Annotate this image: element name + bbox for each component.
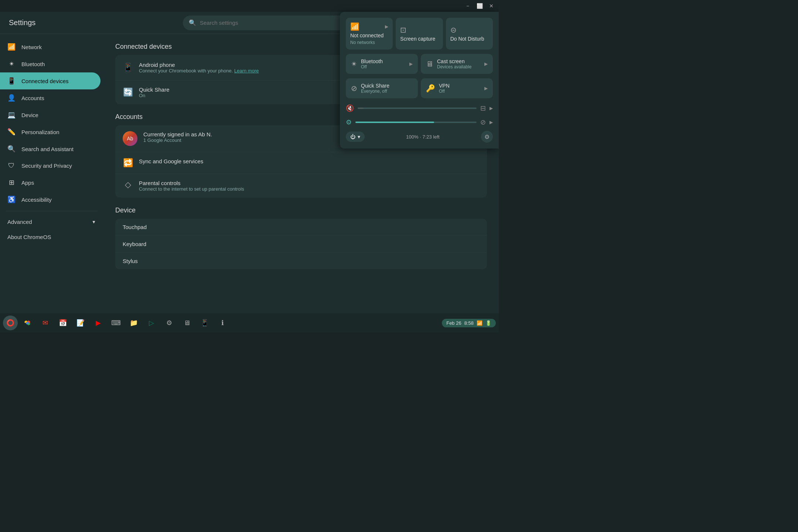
brightness-max-icon: ⊘ — [480, 118, 486, 126]
battery-info: 100% · 7:23 left — [406, 134, 439, 140]
bluetooth-tile-label: Bluetooth — [361, 58, 383, 64]
touchpad-row[interactable]: Touchpad — [115, 219, 487, 236]
vpn-arrow: ▶ — [484, 86, 488, 91]
cast-screen-label: Cast screen — [437, 58, 471, 64]
wifi-tile-label: Not connected — [350, 33, 388, 38]
screen-capture-tile[interactable]: ⊡ Screen capture — [396, 18, 443, 50]
taskbar-notes[interactable]: 📝 — [72, 315, 89, 331]
dnd-tile[interactable]: ⊝ Do Not Disturb — [446, 18, 493, 50]
wifi-icon: 📶 — [7, 43, 16, 51]
android-phone-icon: 📱 — [123, 63, 133, 72]
bluetooth-tile[interactable]: ✴ Bluetooth Off ▶ — [346, 54, 418, 74]
device-card: Touchpad Keyboard Stylus — [115, 219, 487, 269]
taskbar-date: Feb 26 — [446, 320, 461, 326]
taskbar-files[interactable]: 📁 — [126, 315, 142, 331]
device-icon: 💻 — [7, 111, 16, 119]
sidebar-item-personalization[interactable]: ✏️ Personalization — [0, 123, 100, 140]
parental-icon: ◇ — [123, 180, 133, 190]
screen-mirror-icon: ⊟ — [480, 104, 486, 112]
taskbar-gmail[interactable]: ✉ — [37, 315, 53, 331]
brightness-icon: ⚙ — [346, 118, 352, 126]
brightness-slider-row: ⚙ ⊘ ▶ — [346, 117, 493, 128]
wifi-tile[interactable]: 📶 ▶ Not connected No networks — [346, 18, 393, 50]
sidebar-item-accessibility[interactable]: ♿ Accessibility — [0, 191, 100, 208]
volume-expand-arrow[interactable]: ▶ — [490, 106, 493, 111]
cast-screen-icon: 🖥 — [426, 60, 433, 68]
apps-icon: ⊞ — [7, 178, 16, 187]
taskbar-chrome[interactable] — [19, 315, 35, 331]
taskbar-status[interactable]: Feb 26 8:58 📶 🔋 — [442, 319, 496, 327]
search-input[interactable] — [200, 20, 362, 26]
connected-devices-icon: 📱 — [7, 77, 16, 85]
volume-slider-row: 🔇 ⊟ ▶ — [346, 103, 493, 114]
close-button[interactable]: ✕ — [488, 3, 494, 9]
taskbar-screen[interactable]: 🖥 — [179, 315, 195, 331]
cast-screen-tile[interactable]: 🖥 Cast screen Devices available ▶ — [421, 54, 493, 74]
quick-panel-bot-row: ⊘ Quick Share Everyone, off 🔑 VPN Off ▶ — [346, 78, 493, 98]
sidebar-item-security[interactable]: 🛡 Security and Privacy — [0, 157, 100, 174]
taskbar-info[interactable]: ℹ — [214, 315, 231, 331]
sidebar-item-advanced[interactable]: Advanced ▼ — [0, 214, 103, 229]
sidebar-item-device[interactable]: 💻 Device — [0, 106, 100, 123]
sidebar-item-about[interactable]: About ChromeOS — [0, 229, 100, 245]
taskbar-calendar[interactable]: 📅 — [55, 315, 71, 331]
wifi-tile-icon: 📶 — [350, 22, 359, 31]
vpn-label: VPN — [439, 83, 450, 89]
taskbar-phone[interactable]: 📱 — [197, 315, 213, 331]
sidebar-divider — [6, 211, 98, 211]
volume-mute-icon: 🔇 — [346, 104, 354, 112]
taskbar: ⭕ ✉ 📅 📝 ▶ ⌨ 📁 ▷ ⚙ 🖥 📱 ℹ Feb 26 8:58 📶 🔋 — [0, 313, 499, 332]
power-icon: ⏻ — [350, 134, 355, 140]
vpn-tile[interactable]: 🔑 VPN Off ▶ — [421, 78, 493, 98]
taskbar-youtube[interactable]: ▶ — [90, 315, 106, 331]
advanced-chevron-icon: ▼ — [92, 219, 96, 225]
parental-controls-row[interactable]: ◇ Parental controls Connect to the inter… — [115, 174, 487, 198]
launcher-button[interactable]: ⭕ — [3, 316, 18, 330]
quick-share-icon: 🔄 — [123, 88, 133, 97]
sidebar-label-search: Search and Assistant — [21, 146, 74, 152]
avatar: Ab — [123, 131, 137, 146]
sync-services-row[interactable]: 🔁 Sync and Google services — [115, 152, 487, 174]
screen-capture-label: Screen capture — [400, 36, 438, 42]
taskbar-right: Feb 26 8:58 📶 🔋 — [442, 319, 496, 327]
quick-share-tile-label: Quick Share — [361, 83, 389, 89]
bluetooth-tile-sub: Off — [361, 64, 383, 69]
device-section-title: Device — [115, 207, 487, 214]
volume-slider-track[interactable] — [358, 108, 477, 109]
taskbar-play[interactable]: ▷ — [143, 315, 160, 331]
sidebar-label-apps: Apps — [21, 180, 34, 186]
sidebar-item-accounts[interactable]: 👤 Accounts — [0, 89, 100, 106]
sidebar-item-search[interactable]: 🔍 Search and Assistant — [0, 140, 100, 157]
security-icon: 🛡 — [7, 162, 16, 170]
quick-share-tile-sub: Everyone, off — [361, 89, 389, 94]
sidebar-label-bluetooth: Bluetooth — [21, 61, 45, 67]
sidebar-item-connected-devices[interactable]: 📱 Connected devices — [0, 72, 100, 89]
settings-gear-button[interactable]: ⚙ — [481, 131, 493, 143]
quick-panel-mid-row: ✴ Bluetooth Off ▶ 🖥 Cast screen Devices … — [346, 54, 493, 74]
sidebar-item-apps[interactable]: ⊞ Apps — [0, 174, 100, 191]
cast-screen-text: Cast screen Devices available — [437, 58, 471, 69]
brightness-slider-track[interactable] — [355, 122, 477, 123]
minimize-button[interactable]: − — [465, 3, 471, 9]
sidebar-label-about: About ChromeOS — [7, 234, 51, 240]
sidebar-item-bluetooth[interactable]: ✴ Bluetooth — [0, 55, 100, 72]
sidebar-label-accounts: Accounts — [21, 95, 44, 101]
taskbar-settings[interactable]: ⚙ — [161, 315, 177, 331]
parental-title: Parental controls — [139, 180, 480, 186]
maximize-button[interactable]: ⬜ — [477, 3, 482, 9]
sidebar-label-personalization: Personalization — [21, 129, 59, 135]
stylus-row[interactable]: Stylus — [115, 253, 487, 269]
accounts-icon: 👤 — [7, 94, 16, 102]
sidebar-item-network[interactable]: 📶 Network — [0, 38, 100, 55]
sidebar-label-connected-devices: Connected devices — [21, 78, 69, 84]
power-button[interactable]: ⏻ ▾ — [346, 132, 365, 142]
accessibility-icon: ♿ — [7, 195, 16, 204]
learn-more-link[interactable]: Learn more — [234, 68, 259, 74]
quick-share-tile[interactable]: ⊘ Quick Share Everyone, off — [346, 78, 418, 98]
sync-title: Sync and Google services — [139, 158, 480, 164]
keyboard-row[interactable]: Keyboard — [115, 236, 487, 253]
search-icon: 🔍 — [189, 19, 196, 26]
taskbar-time: 8:58 — [464, 320, 474, 326]
taskbar-editor[interactable]: ⌨ — [108, 315, 124, 331]
brightness-expand-arrow[interactable]: ▶ — [490, 120, 493, 125]
